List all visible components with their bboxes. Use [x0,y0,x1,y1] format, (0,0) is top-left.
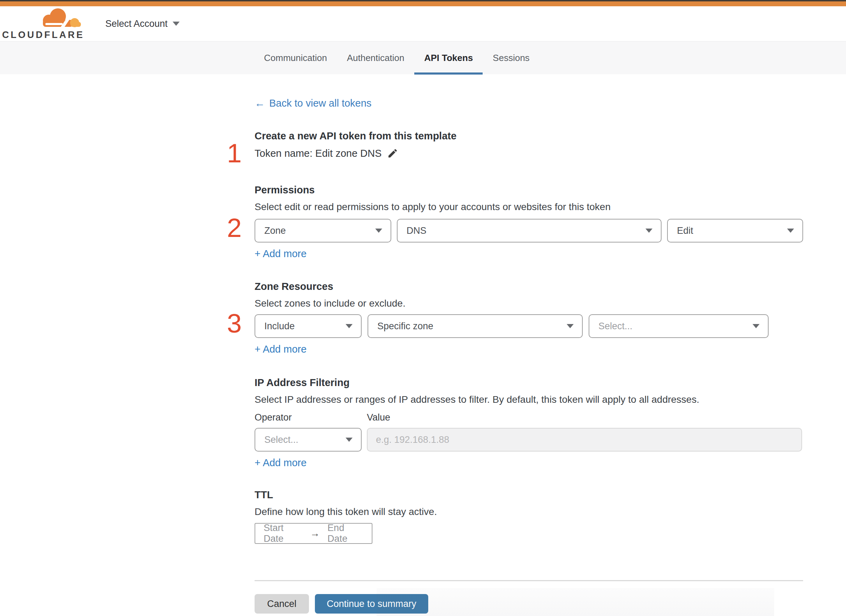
zone-picker-value: Select... [599,321,633,332]
ip-filtering-row: Select... [255,428,803,452]
arrow-right-icon: → [310,528,320,539]
ttl-description: Define how long this token will stay act… [255,506,803,518]
tab-api-tokens[interactable]: API Tokens [424,41,473,75]
permission-scope-value: Zone [264,226,286,236]
start-date-placeholder: Start Date [263,523,302,544]
arrow-left-icon: ← [255,97,265,109]
operator-label: Operator [255,412,367,423]
ip-filtering-section: IP Address Filtering Select IP addresses… [255,377,803,469]
operator-select[interactable]: Select... [255,428,362,452]
annotation-step-3: 3 [223,310,246,337]
cloudflare-logo: CLOUDFLARE [9,7,84,40]
form-footer: Cancel Continue to summary [255,594,803,613]
caret-down-icon [346,324,353,328]
zone-resources-add-more-link[interactable]: + Add more [255,343,306,355]
template-section: Create a new API token from this templat… [255,130,803,160]
zone-resources-row: Include Specific zone Select... [255,314,803,338]
permissions-description: Select edit or read permissions to apply… [255,201,803,213]
permissions-add-more-link[interactable]: + Add more [255,248,306,260]
zone-resources-description: Select zones to include or exclude. [255,298,803,309]
chevron-down-icon [173,22,179,26]
tab-communication[interactable]: Communication [264,41,327,75]
annotation-step-2: 2 [223,215,246,241]
continue-to-summary-button[interactable]: Continue to summary [315,594,428,613]
token-name-text: Token name: Edit zone DNS [255,148,381,159]
annotation-step-1: 1 [223,140,246,167]
value-label: Value [367,412,390,423]
app-header: CLOUDFLARE Select Account [0,6,846,41]
ttl-date-range-picker[interactable]: Start Date → End Date [255,523,372,544]
zone-include-value: Include [264,321,295,332]
ip-value-input[interactable] [367,428,802,452]
caret-down-icon [375,229,382,233]
caret-down-icon [346,438,353,442]
end-date-placeholder: End Date [327,523,363,544]
zone-resources-section: Zone Resources Select zones to include o… [255,280,803,355]
ip-filtering-add-more-link[interactable]: + Add more [255,457,306,469]
account-selector-label: Select Account [105,19,168,29]
permissions-section: Permissions Select edit or read permissi… [255,184,803,260]
zone-kind-select[interactable]: Specific zone [368,314,583,338]
permissions-row: Zone DNS Edit [255,219,803,242]
ip-filtering-description: Select IP addresses or ranges of IP addr… [255,394,803,405]
brand-wordmark: CLOUDFLARE [2,29,84,40]
ttl-section: TTL Define how long this token will stay… [255,489,803,544]
ttl-heading: TTL [255,489,803,501]
tab-authentication[interactable]: Authentication [347,41,405,75]
tab-sessions[interactable]: Sessions [493,41,530,75]
permission-access-select[interactable]: Edit [667,219,803,242]
edit-pencil-icon[interactable] [387,148,398,159]
ip-filtering-heading: IP Address Filtering [255,377,803,389]
zone-picker-select[interactable]: Select... [589,314,769,338]
footer-divider [255,580,803,581]
ip-filtering-labels: Operator Value [255,412,803,423]
permission-scope-select[interactable]: Zone [255,219,391,242]
operator-value: Select... [264,434,299,445]
top-accent-bar [0,1,846,6]
template-heading: Create a new API token from this templat… [255,130,803,142]
permission-group-select[interactable]: DNS [397,219,662,242]
cancel-button[interactable]: Cancel [255,594,309,613]
cloudflare-cloud-icon [31,7,84,29]
caret-down-icon [566,324,574,328]
zone-resources-heading: Zone Resources [255,280,803,293]
token-name-row: Token name: Edit zone DNS [255,146,803,160]
caret-down-icon [753,324,759,328]
permission-access-value: Edit [677,226,693,236]
account-selector[interactable]: Select Account [105,19,179,29]
back-link-label: Back to view all tokens [269,98,371,109]
token-form: ← Back to view all tokens Create a new A… [255,74,803,613]
zone-include-select[interactable]: Include [255,314,362,338]
back-to-tokens-link[interactable]: ← Back to view all tokens [255,97,371,109]
zone-kind-value: Specific zone [377,321,434,332]
caret-down-icon [646,229,652,233]
profile-tabbar: Communication Authentication API Tokens … [0,41,846,74]
permission-group-value: DNS [407,226,427,236]
permissions-heading: Permissions [255,184,803,196]
caret-down-icon [787,229,794,233]
